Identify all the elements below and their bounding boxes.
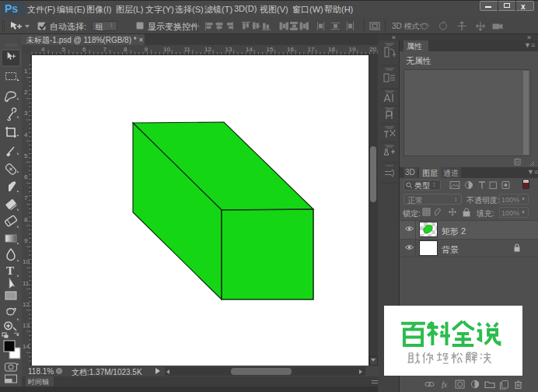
svg-text:15: 15 xyxy=(267,46,274,53)
svg-text:12: 12 xyxy=(204,46,211,53)
svg-text:17: 17 xyxy=(308,46,315,53)
svg-text:fx: fx xyxy=(442,380,448,389)
svg-text:7: 7 xyxy=(24,194,28,201)
svg-text:14: 14 xyxy=(23,343,30,350)
svg-text:T: T xyxy=(6,264,14,277)
svg-text:20: 20 xyxy=(369,46,376,53)
svg-text:7: 7 xyxy=(103,46,107,53)
svg-text:16: 16 xyxy=(287,46,294,53)
svg-text:6: 6 xyxy=(24,173,28,180)
svg-text:5: 5 xyxy=(62,46,66,53)
svg-text:9: 9 xyxy=(24,237,28,244)
svg-text:14: 14 xyxy=(246,46,253,53)
svg-text:12: 12 xyxy=(23,301,30,308)
svg-text:13: 13 xyxy=(225,46,232,53)
svg-text:8: 8 xyxy=(124,46,128,53)
svg-text:6: 6 xyxy=(82,46,86,53)
svg-text:10: 10 xyxy=(23,258,30,265)
svg-text:18: 18 xyxy=(328,46,335,53)
svg-text:4: 4 xyxy=(24,131,28,138)
svg-text:8: 8 xyxy=(24,216,28,223)
svg-text:10: 10 xyxy=(163,46,170,53)
svg-text:11: 11 xyxy=(23,280,30,287)
svg-text:9: 9 xyxy=(145,46,148,53)
svg-text:1: 1 xyxy=(24,68,28,75)
svg-text:11: 11 xyxy=(184,46,191,53)
svg-text:3: 3 xyxy=(24,110,28,117)
svg-text:5: 5 xyxy=(24,152,28,159)
svg-text:19: 19 xyxy=(349,46,356,53)
svg-text:2: 2 xyxy=(24,89,28,96)
svg-text:13: 13 xyxy=(23,322,30,329)
svg-text:4: 4 xyxy=(41,46,45,53)
